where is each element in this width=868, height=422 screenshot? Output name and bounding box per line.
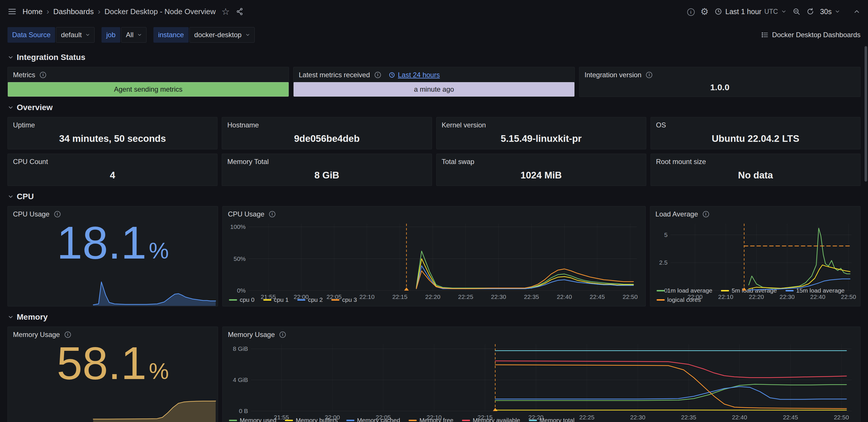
svg-text:22:00: 22:00 (293, 293, 309, 300)
panel-title[interactable]: Root mount size (656, 158, 706, 166)
svg-text:22:30: 22:30 (491, 293, 506, 300)
dashboard-controls-bar: Data Source default job All instance doc… (0, 23, 868, 47)
stat-value: Ubuntu 22.04.2 LTS (712, 133, 799, 144)
svg-text:22:35: 22:35 (524, 293, 539, 300)
refresh-interval-label: 30s (820, 7, 832, 16)
chevron-down-icon (7, 54, 14, 61)
job-select[interactable]: All (121, 27, 147, 43)
chevron-down-icon (7, 104, 14, 111)
instance-select[interactable]: docker-desktop (189, 27, 255, 43)
breadcrumb-dashboards[interactable]: Dashboards (53, 7, 94, 16)
panel-title[interactable]: Load Average (655, 210, 698, 218)
menu-toggle-button[interactable] (7, 7, 17, 16)
panel-title[interactable]: Latest metrics received (299, 71, 370, 79)
panel-integration-version: Integration version 1.0.0 (579, 67, 861, 97)
gear-icon: ⚙ (701, 6, 709, 17)
panel-total-swap: Total swap 1024 MiB (436, 154, 646, 186)
panel-title[interactable]: Hostname (227, 121, 259, 129)
stat-value: 8 GiB (314, 170, 339, 181)
docker-dashboards-link[interactable]: Docker Desktop Dashboards (761, 31, 861, 39)
section-cpu[interactable]: CPU (7, 191, 861, 203)
memory-usage-chart[interactable]: 0 B4 GiB8 GiB21:5522:0022:0522:1022:1522… (227, 341, 856, 415)
zoom-out-time-button[interactable] (793, 7, 801, 15)
refresh-button[interactable] (806, 7, 814, 15)
instance-label: instance (153, 27, 188, 43)
chevron-down-icon (781, 9, 787, 14)
panel-title[interactable]: CPU Usage (228, 210, 265, 218)
panel-title[interactable]: Uptime (13, 121, 35, 129)
svg-text:22:40: 22:40 (732, 414, 747, 421)
svg-text:22:10: 22:10 (718, 293, 733, 300)
info-icon[interactable] (279, 331, 286, 338)
panel-cpu-usage-stat: CPU Usage 18.1 % (7, 206, 218, 306)
svg-text:22:45: 22:45 (783, 414, 798, 421)
refresh-interval-dropdown[interactable]: 30s (820, 7, 840, 16)
job-value: All (126, 31, 134, 39)
info-icon[interactable] (65, 331, 71, 338)
info-icon[interactable] (375, 72, 381, 78)
section-title: CPU (17, 192, 34, 201)
section-integration-status[interactable]: Integration Status (7, 51, 861, 63)
section-title: Overview (17, 103, 53, 112)
chevron-down-icon (245, 32, 250, 37)
panel-title[interactable]: Metrics (13, 71, 35, 79)
breadcrumb: Home › Dashboards › Docker Desktop - Nod… (23, 7, 216, 16)
svg-text:22:25: 22:25 (458, 293, 473, 300)
load-average-chart[interactable]: 02.5522:0022:1022:2022:3022:4022:50 (654, 220, 856, 285)
panel-title[interactable]: Memory Usage (13, 331, 60, 339)
dashboard-insights-button[interactable] (687, 7, 695, 16)
section-overview[interactable]: Overview (7, 101, 861, 113)
svg-text:22:20: 22:20 (749, 293, 764, 300)
panel-title[interactable]: Memory Usage (228, 331, 275, 339)
last-24-hours-link[interactable]: Last 24 hours (389, 71, 440, 79)
stat-value: No data (738, 170, 773, 181)
data-source-select[interactable]: default (56, 27, 95, 43)
svg-text:22:35: 22:35 (681, 414, 696, 421)
panel-cpu-usage-timeseries: CPU Usage 0%50%100%21:5522:0022:0522:102… (222, 206, 646, 306)
section-memory[interactable]: Memory (7, 311, 861, 323)
cpu-usage-unit: % (149, 238, 169, 264)
panel-title[interactable]: CPU Count (13, 158, 48, 166)
time-range-picker[interactable]: Last 1 hour UTC (714, 7, 786, 16)
scrollbar-thumb[interactable] (865, 46, 867, 182)
data-source-label: Data Source (7, 27, 55, 43)
svg-text:22:50: 22:50 (834, 414, 849, 421)
breadcrumb-home[interactable]: Home (23, 7, 42, 16)
clock-icon (389, 71, 395, 78)
panel-title[interactable]: Kernel version (442, 121, 486, 129)
svg-text:22:20: 22:20 (425, 293, 441, 300)
memory-usage-sparkline (8, 396, 217, 422)
star-icon: ☆ (221, 6, 230, 17)
info-icon[interactable] (646, 72, 652, 78)
svg-text:2.5: 2.5 (659, 259, 668, 266)
svg-text:22:50: 22:50 (623, 293, 638, 300)
svg-text:21:55: 21:55 (274, 414, 289, 421)
svg-text:22:40: 22:40 (810, 293, 825, 300)
svg-text:22:00: 22:00 (687, 293, 703, 300)
panel-title[interactable]: OS (656, 121, 666, 129)
favorite-star-button[interactable]: ☆ (221, 7, 230, 16)
panel-memory-usage-timeseries: Memory Usage 0 B4 GiB8 GiB21:5522:0022:0… (222, 327, 861, 422)
chevron-down-icon (85, 32, 90, 37)
share-button[interactable] (236, 7, 244, 15)
info-icon[interactable] (269, 211, 275, 217)
time-range-label: Last 1 hour (725, 7, 761, 16)
svg-text:22:15: 22:15 (393, 293, 408, 300)
chevron-down-icon (7, 193, 14, 200)
metrics-status-gauge: Agent sending metrics (8, 82, 289, 97)
collapse-controls-button[interactable] (853, 8, 861, 15)
info-icon[interactable] (40, 72, 46, 78)
panel-title[interactable]: CPU Usage (13, 210, 50, 218)
panel-title[interactable]: Memory Total (227, 158, 269, 166)
panel-memory-total: Memory Total 8 GiB (222, 154, 432, 186)
chevron-up-icon (853, 8, 861, 15)
cpu-usage-chart[interactable]: 0%50%100%21:5522:0022:0522:1022:1522:202… (227, 220, 641, 294)
panel-title[interactable]: Integration version (585, 71, 641, 79)
info-icon[interactable] (54, 211, 61, 217)
data-source-value: default (61, 31, 82, 39)
panel-kernel-version: Kernel version 5.15.49-linuxkit-pr (436, 117, 646, 149)
info-icon[interactable] (703, 211, 709, 217)
panel-title[interactable]: Total swap (442, 158, 474, 166)
dashboard-settings-button[interactable]: ⚙ (701, 7, 709, 16)
stat-value: 9de056be4deb (294, 133, 360, 144)
